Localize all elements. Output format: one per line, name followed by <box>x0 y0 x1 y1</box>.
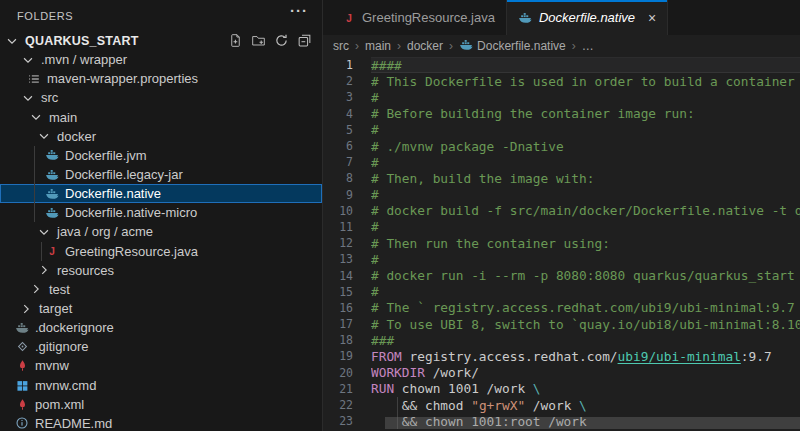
line-text[interactable]: # Then run the container using: <box>371 235 800 251</box>
line-text[interactable]: # Before building the container image ru… <box>371 106 800 122</box>
tree-item[interactable]: README.md <box>0 414 322 431</box>
indent-guide <box>397 397 398 413</box>
new-folder-icon[interactable] <box>250 33 266 49</box>
tree-item[interactable]: .mvn / wrapper <box>0 50 322 69</box>
tree-item[interactable]: main <box>0 108 322 127</box>
code-line[interactable]: 7# <box>323 154 800 170</box>
new-file-icon[interactable] <box>227 33 243 49</box>
line-text[interactable]: # <box>371 219 800 235</box>
tree-item[interactable]: JGreetingResource.java <box>0 242 322 261</box>
explorer-actions <box>227 33 322 49</box>
tree-item-label: .mvn / wrapper <box>41 52 127 67</box>
editor-content[interactable]: 1####2# This Dockerfile is used in order… <box>323 57 800 431</box>
code-line[interactable]: 3# <box>323 89 800 105</box>
breadcrumb-item[interactable]: docker <box>407 39 443 53</box>
line-text[interactable]: # Then, build the image with: <box>371 170 800 186</box>
line-text[interactable]: # This Dockerfile is used in order to bu… <box>371 73 800 89</box>
code-line[interactable]: 4# Before building the container image r… <box>323 106 800 122</box>
code-line[interactable]: 20WORKDIR /work/ <box>323 365 800 381</box>
code-token: # <box>371 219 379 234</box>
line-text[interactable]: # <box>371 187 800 203</box>
line-text[interactable]: RUN chown 1001 /work \ <box>371 381 800 397</box>
docker-grey-icon <box>14 320 30 336</box>
code-line[interactable]: 13# <box>323 251 800 267</box>
tree-item-label: .dockerignore <box>35 320 114 335</box>
code-line[interactable]: 16# The ` registry.access.redhat.com/ubi… <box>323 300 800 316</box>
close-icon[interactable]: × <box>648 11 656 25</box>
tree-item-label: mvnw <box>35 358 69 373</box>
tree-item[interactable]: Dockerfile.legacy-jar <box>0 165 322 184</box>
line-text[interactable]: # <box>371 89 800 105</box>
tree-item[interactable]: Dockerfile.native <box>0 184 322 203</box>
git-icon <box>14 339 30 355</box>
code-line[interactable]: 22 && chmod "g+rwX" /work \ <box>323 397 800 413</box>
tree-item[interactable]: java / org / acme <box>0 222 322 241</box>
more-actions-icon[interactable]: ··· <box>290 2 308 19</box>
explorer-sidebar: FOLDERS ··· QUARKUS_START .mvn / wrapper… <box>0 0 323 431</box>
tree-item[interactable]: resources <box>0 261 322 280</box>
code-line[interactable]: 19FROM registry.access.redhat.com/ubi9/u… <box>323 348 800 364</box>
tree-item[interactable]: src <box>0 88 322 107</box>
breadcrumb-item[interactable]: Dockerfile.native <box>459 38 566 55</box>
tree-item[interactable]: mvnw.cmd <box>0 376 322 395</box>
refresh-explorer-icon[interactable] <box>273 33 289 49</box>
code-line[interactable]: 10# docker build -f src/main/docker/Dock… <box>323 203 800 219</box>
explorer-title: FOLDERS <box>17 10 73 22</box>
tab-dockerfile-native[interactable]: Dockerfile.native× <box>507 0 668 35</box>
line-text[interactable]: #### <box>371 57 800 73</box>
code-line[interactable]: 6# ./mvnw package -Dnative <box>323 138 800 154</box>
line-text[interactable]: # <box>371 284 800 300</box>
code-line[interactable]: 18### <box>323 332 800 348</box>
line-text[interactable]: # ./mvnw package -Dnative <box>371 138 800 154</box>
line-text[interactable]: # docker run -i --rm -p 8080:8080 quarku… <box>371 267 800 283</box>
tree-item[interactable]: .dockerignore <box>0 318 322 337</box>
line-number: 10 <box>323 204 353 218</box>
breadcrumb-item[interactable]: src <box>333 39 349 53</box>
line-text[interactable]: # docker build -f src/main/docker/Docker… <box>371 203 800 219</box>
tree-item-label: test <box>49 282 70 297</box>
code-line[interactable]: 2# This Dockerfile is used in order to b… <box>323 73 800 89</box>
tree-item[interactable]: pom.xml <box>0 395 322 414</box>
code-line[interactable]: 8# Then, build the image with: <box>323 170 800 186</box>
code-line[interactable]: 9# <box>323 187 800 203</box>
line-text[interactable]: FROM registry.access.redhat.com/ubi9/ubi… <box>371 348 800 364</box>
indent-guide <box>41 242 42 261</box>
code-token: # ./mvnw package -Dnative <box>371 139 564 154</box>
code-line[interactable]: 14# docker run -i --rm -p 8080:8080 quar… <box>323 267 800 283</box>
breadcrumb-separator: › <box>355 39 359 53</box>
tree-item[interactable]: Dockerfile.jvm <box>0 146 322 165</box>
horizontal-scrollbar[interactable] <box>385 417 800 429</box>
line-text[interactable]: # <box>371 122 800 138</box>
tree-item[interactable]: maven-wrapper.properties <box>0 69 322 88</box>
line-text[interactable]: && chmod "g+rwX" /work \ <box>371 397 800 413</box>
tree-item-label: Dockerfile.legacy-jar <box>65 167 183 182</box>
code-token: # To use UBI 8, switch to `quay.io/ubi8/… <box>371 317 800 332</box>
line-text[interactable]: # <box>371 251 800 267</box>
tree-item[interactable]: test <box>0 280 322 299</box>
tree-item[interactable]: Dockerfile.native-micro <box>0 203 322 222</box>
line-text[interactable]: # <box>371 154 800 170</box>
code-line[interactable]: 1#### <box>323 57 800 73</box>
line-text[interactable]: # The ` registry.access.redhat.com/ubi9/… <box>371 300 800 316</box>
line-text[interactable]: WORKDIR /work/ <box>371 365 800 381</box>
line-text[interactable]: # To use UBI 8, switch to `quay.io/ubi8/… <box>371 316 800 332</box>
line-text[interactable]: ### <box>371 332 800 348</box>
project-root-row[interactable]: QUARKUS_START <box>0 31 322 50</box>
code-line[interactable]: 11# <box>323 219 800 235</box>
tree-item[interactable]: .gitignore <box>0 337 322 356</box>
code-line[interactable]: 17# To use UBI 8, switch to `quay.io/ubi… <box>323 316 800 332</box>
breadcrumb-item[interactable]: … <box>582 39 594 53</box>
tree-item[interactable]: docker <box>0 127 322 146</box>
tree-item[interactable]: mvnw <box>0 356 322 375</box>
code-line[interactable]: 15# <box>323 284 800 300</box>
collapse-folders-icon[interactable] <box>296 33 312 49</box>
breadcrumb-item[interactable]: main <box>365 39 391 53</box>
line-number: 22 <box>323 398 353 412</box>
code-token: RUN <box>371 381 394 396</box>
tree-item[interactable]: target <box>0 299 322 318</box>
code-line[interactable]: 12# Then run the container using: <box>323 235 800 251</box>
tab-greetingresource-java[interactable]: JGreetingResource.java <box>330 0 507 35</box>
code-line[interactable]: 5# <box>323 122 800 138</box>
tree-item-label: docker <box>57 129 96 144</box>
code-line[interactable]: 21RUN chown 1001 /work \ <box>323 381 800 397</box>
